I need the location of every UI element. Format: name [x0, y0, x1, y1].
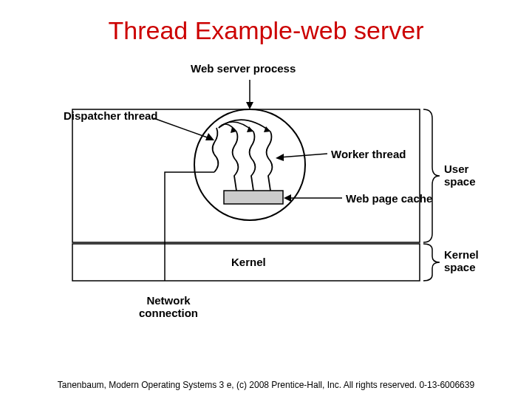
- label-process: Web server process: [191, 62, 296, 75]
- label-worker: Worker thread: [331, 148, 406, 160]
- svg-line-11: [279, 154, 327, 157]
- label-network: Network connection: [139, 294, 198, 319]
- label-kernel: Kernel: [231, 256, 266, 268]
- label-dispatcher: Dispatcher thread: [64, 109, 158, 122]
- svg-rect-0: [72, 109, 420, 242]
- label-cache: Web page cache: [346, 192, 432, 205]
- thread-diagram: Web server process Dispatcher thread Wor…: [50, 58, 482, 338]
- slide-footer: Tanenbaum, Modern Operating Systems 3 e,…: [0, 380, 532, 390]
- slide-title: Thread Example-web server: [0, 16, 532, 45]
- svg-rect-3: [224, 191, 283, 204]
- svg-marker-12: [276, 154, 284, 161]
- label-kernel-space: Kernel space: [444, 248, 479, 273]
- label-user-space: User space: [444, 163, 476, 188]
- svg-marker-14: [284, 194, 291, 202]
- svg-marker-8: [246, 102, 253, 109]
- svg-line-9: [154, 118, 211, 139]
